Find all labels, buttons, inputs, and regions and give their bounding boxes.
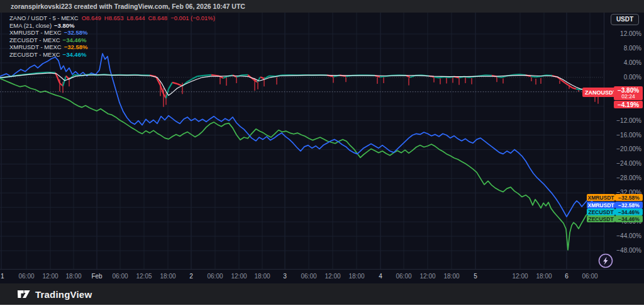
tradingview-logo[interactable]: TradingView xyxy=(17,287,92,301)
legend-ohlc-value: −0.001 (−0.01%) xyxy=(167,14,215,21)
legend-row-xmr[interactable]: XMRUSDT - MEXC−32.58% xyxy=(9,43,215,51)
compare-value-2: −34.46% xyxy=(615,208,643,215)
price-axis-label: −28.00% xyxy=(616,174,641,181)
legend-ohlc-value: H8.653 xyxy=(101,14,124,21)
legend-row-value: −34.46% xyxy=(60,51,87,58)
lightning-icon xyxy=(597,253,614,269)
bottom-white-strip xyxy=(0,305,644,308)
time-axis[interactable]: 106:0012:0018:00Feb06:0012:0518:00206:00… xyxy=(0,269,644,284)
compare-value-1: −32.58% xyxy=(615,202,643,208)
chart-legend: ZANO / USDT - 5 - MEXCO8.649H8.653L8.644… xyxy=(9,14,215,59)
legend-row-value: −32.58% xyxy=(62,43,88,50)
time-axis-label: 5 xyxy=(462,273,489,280)
price-axis-label: 4.00% xyxy=(624,59,641,66)
legend-row-value: −34.46% xyxy=(60,37,87,43)
price-axis[interactable]: USDT 12.00%8.00%4.00%0.00%−4.00%−8.00%−1… xyxy=(604,13,644,269)
price-axis-label: −44.00% xyxy=(616,232,641,239)
compare-tag-0: XMRUSDT xyxy=(587,194,615,201)
legend-row-zec[interactable]: ZECUSDT - MEXC−34.46% xyxy=(9,37,215,44)
tradingview-logo-icon xyxy=(17,287,31,301)
quick-snapshot-button[interactable] xyxy=(597,253,614,269)
legend-row-title: XMRUSDT - MEXC xyxy=(9,29,62,36)
price-axis-label: 0.00% xyxy=(624,74,641,81)
legend-symbol-title: ZANO / USDT - 5 - MEXC xyxy=(9,14,79,21)
price-axis-label: −12.00% xyxy=(616,117,641,124)
legend-row-title: ZECUSDT - MEXC xyxy=(9,37,60,43)
legend-row-value: −32.58% xyxy=(62,29,88,36)
compare-value-3: −34.46% xyxy=(615,215,643,222)
legend-row-title: XMRUSDT - MEXC xyxy=(9,43,62,50)
price-axis-label: −16.00% xyxy=(616,132,641,139)
compare-tag-3: ZECUSDT xyxy=(587,215,615,222)
price-axis-label: −48.00% xyxy=(616,247,641,254)
compare-tag-1: XMRUSDT xyxy=(587,202,615,208)
price-axis-label: −24.00% xyxy=(616,160,641,167)
tradingview-snapshot: zoranspirkovski223 created with TradingV… xyxy=(0,0,644,308)
legend-ohlc-value: O8.649 xyxy=(79,14,101,21)
zano-price-value-countdown: −3.80%02:24 xyxy=(614,86,643,100)
legend-ohlc-value: L8.644 xyxy=(123,14,145,21)
attribution-bar: zoranspirkovski223 created with TradingV… xyxy=(0,0,644,13)
attribution-text: zoranspirkovski223 created with TradingV… xyxy=(11,0,245,13)
time-axis-label: 1 xyxy=(1,273,8,280)
legend-ohlc-value: C8.648 xyxy=(145,14,168,21)
price-axis-label: −20.00% xyxy=(616,145,641,152)
legend-row-xmr[interactable]: XMRUSDT - MEXC−32.58% xyxy=(9,29,215,37)
legend-row-title: ZECUSDT - MEXC xyxy=(9,51,60,58)
legend-row-title: EMA (21, close) xyxy=(9,22,52,29)
legend-row-ema[interactable]: EMA (21, close)−3.80% xyxy=(9,22,215,30)
time-axis-label: 06:00 xyxy=(576,273,604,280)
legend-row-symbol[interactable]: ZANO / USDT - 5 - MEXCO8.649H8.653L8.644… xyxy=(9,14,215,22)
ema-price-value: −4.19% xyxy=(614,101,643,108)
tradingview-wordmark: TradingView xyxy=(35,289,92,300)
price-axis-label: 8.00% xyxy=(624,45,641,52)
currency-toggle-button[interactable]: USDT xyxy=(611,14,639,25)
compare-value-0: −32.58% xyxy=(615,194,643,201)
footer-bar: TradingView xyxy=(0,283,644,305)
legend-row-value: −3.80% xyxy=(52,22,75,29)
legend-row-zec[interactable]: ZECUSDT - MEXC−34.46% xyxy=(9,51,215,59)
compare-tag-2: ZECUSDT xyxy=(587,208,615,215)
price-axis-label: 12.00% xyxy=(620,30,641,37)
